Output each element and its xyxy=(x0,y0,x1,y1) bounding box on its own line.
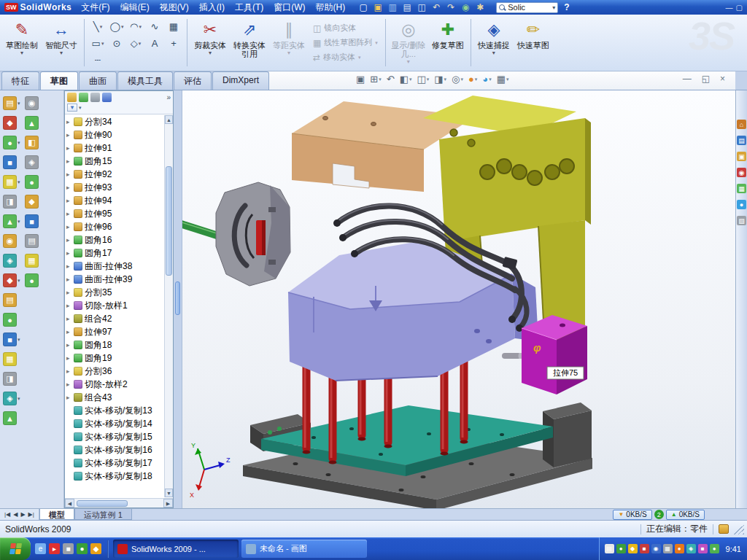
linear-sketch-pattern-button[interactable]: ▦线性草图阵列▾ xyxy=(311,36,380,49)
tree-item-1[interactable]: ▸分割34 xyxy=(65,115,173,128)
left-tool-10[interactable]: ● xyxy=(25,172,47,192)
tree-item-4[interactable]: ▸圆角15 xyxy=(65,155,173,168)
menu-item-7[interactable]: 帮助(H) xyxy=(311,0,351,15)
next-tab-icon[interactable]: ▶ xyxy=(20,511,25,518)
chevron-down-icon[interactable]: ▾ xyxy=(101,41,104,47)
expand-arrow-icon[interactable]: ▸ xyxy=(66,223,74,230)
search-input[interactable] xyxy=(508,3,550,12)
restore-document-icon[interactable]: ◱ xyxy=(702,74,710,84)
left-tool-33[interactable]: ▲ xyxy=(3,408,25,428)
panel-splitter[interactable] xyxy=(174,90,182,508)
left-tool-3[interactable]: ◆ xyxy=(3,113,25,133)
left-tool-1[interactable]: ▤▾ xyxy=(3,93,25,113)
tree-item-23[interactable]: 实体-移动/复制13 xyxy=(65,404,173,417)
chevron-down-icon[interactable]: ▾ xyxy=(375,40,378,46)
tree-item-13[interactable]: ▸曲面-拉伸39 xyxy=(65,273,173,286)
view-orientation-button[interactable]: ◫▾ xyxy=(417,74,429,85)
help-button[interactable]: ? xyxy=(564,2,569,12)
display-style-button[interactable]: ◨▾ xyxy=(434,74,446,85)
undo-icon[interactable]: ↶ xyxy=(430,1,442,13)
scroll-down-arrow-icon[interactable]: ▼ xyxy=(165,489,173,497)
chevron-down-icon[interactable]: ▾ xyxy=(379,77,382,82)
new-document-icon[interactable]: ▢ xyxy=(357,1,369,13)
magenta-block[interactable]: φ xyxy=(522,315,587,394)
edit-appearance-button[interactable]: ●▾ xyxy=(468,74,477,85)
tree-item-7[interactable]: ▸拉伸94 xyxy=(65,194,173,207)
scrollbar-thumb[interactable] xyxy=(166,166,172,276)
tray-sync-icon[interactable]: ◈ xyxy=(686,544,696,553)
expand-arrow-icon[interactable]: ▸ xyxy=(66,354,74,362)
view-palette-icon[interactable]: ▦ xyxy=(737,184,746,193)
text-tool[interactable]: A xyxy=(145,35,164,52)
first-tab-icon[interactable]: |◀ xyxy=(4,511,10,518)
left-tool-11[interactable]: ◨ xyxy=(3,192,25,211)
left-tool-19[interactable]: ◆▾ xyxy=(3,271,25,290)
expand-arrow-icon[interactable]: ▸ xyxy=(66,302,74,309)
tree-item-11[interactable]: ▸圆角17 xyxy=(65,246,173,260)
menu-item-5[interactable]: 工具(T) xyxy=(230,0,268,15)
tree-item-8[interactable]: ▸拉伸95 xyxy=(65,207,173,220)
expand-arrow-icon[interactable]: ▸ xyxy=(66,197,74,204)
expand-arrow-icon[interactable]: ▸ xyxy=(66,262,74,270)
print-icon[interactable]: ▤ xyxy=(401,1,413,13)
smart-dimension-button[interactable]: ↔智能尺寸▾ xyxy=(42,16,80,69)
move-entities-button[interactable]: ⇄移动实体▾ xyxy=(311,51,380,63)
tray-messenger-icon[interactable]: ● xyxy=(675,544,684,553)
chevron-down-icon[interactable]: ▾ xyxy=(18,179,20,185)
rebuild-icon[interactable]: ◉ xyxy=(460,1,471,13)
quick-tips-icon[interactable] xyxy=(719,524,729,534)
chevron-down-icon[interactable]: ▾ xyxy=(139,41,142,47)
tree-item-27[interactable]: 实体-移动/复制17 xyxy=(65,456,173,470)
construction-line-tool[interactable]: ┄ xyxy=(88,52,107,69)
chevron-down-icon[interactable]: ▾ xyxy=(18,396,20,402)
tree-item-9[interactable]: ▸拉伸96 xyxy=(65,220,173,233)
minimize-icon[interactable]: — xyxy=(726,4,733,12)
tree-item-14[interactable]: ▸分割35 xyxy=(65,286,173,299)
offset-entities-button[interactable]: ∥等距实体▾ xyxy=(270,16,308,69)
left-tool-25[interactable]: ■▾ xyxy=(3,330,25,349)
filter-funnel-icon[interactable]: ▼ xyxy=(67,104,77,112)
tree-item-10[interactable]: ▸圆角16 xyxy=(65,233,173,246)
tree-item-6[interactable]: ▸拉伸93 xyxy=(65,181,173,194)
tree-item-18[interactable]: ▸圆角18 xyxy=(65,338,173,351)
section-view-button[interactable]: ◧▾ xyxy=(400,74,412,85)
sketch-button[interactable]: ✎草图绘制▾ xyxy=(3,16,41,69)
hide-show-items-button[interactable]: ◎▾ xyxy=(452,74,463,85)
chevron-down-icon[interactable]: ▾ xyxy=(489,77,492,82)
appearances-icon[interactable]: ● xyxy=(737,200,746,209)
left-tool-14[interactable]: ■ xyxy=(25,211,47,231)
expand-arrow-icon[interactable]: ▸ xyxy=(66,276,74,283)
spline-tool[interactable]: ∿ xyxy=(145,18,164,35)
save-icon[interactable]: ▥ xyxy=(387,1,398,13)
expand-arrow-icon[interactable]: ▸ xyxy=(66,210,74,217)
tray-network-icon[interactable]: ◉ xyxy=(651,544,661,553)
print-preview-icon[interactable]: ◫ xyxy=(416,1,427,13)
tree-item-17[interactable]: ▸拉伸97 xyxy=(65,325,173,338)
tree-item-5[interactable]: ▸拉伸92 xyxy=(65,168,173,181)
left-tool-12[interactable]: ◆ xyxy=(25,192,47,211)
expand-arrow-icon[interactable]: ▸ xyxy=(66,118,74,125)
left-tool-23[interactable]: ● xyxy=(3,310,25,330)
scroll-right-arrow-icon[interactable]: ▶ xyxy=(163,499,173,508)
chevron-down-icon[interactable]: ▾ xyxy=(20,50,23,56)
configuration-manager-tab-icon[interactable] xyxy=(90,93,100,102)
tree-item-3[interactable]: ▸拉伸91 xyxy=(65,141,173,155)
quick-launch-ie-icon[interactable]: e xyxy=(35,543,46,554)
left-tool-8[interactable]: ◈ xyxy=(25,152,47,172)
maximize-icon[interactable]: ▢ xyxy=(736,4,743,12)
search-results-icon[interactable]: ◉ xyxy=(737,168,746,177)
chevron-down-icon[interactable]: ▾ xyxy=(427,77,430,82)
left-tool-13[interactable]: ▲▾ xyxy=(3,211,25,231)
scrollbar-thumb[interactable] xyxy=(77,500,128,507)
menu-item-6[interactable]: 窗口(W) xyxy=(268,0,310,15)
left-tool-29[interactable]: ◨ xyxy=(3,369,25,389)
feature-manager-tab-icon[interactable] xyxy=(67,93,77,102)
point-tool[interactable]: + xyxy=(164,35,183,52)
quick-launch-tool-icon[interactable]: ◆ xyxy=(90,543,101,554)
tab-DimXpert[interactable]: DimXpert xyxy=(212,71,269,90)
expand-arrow-icon[interactable]: ▸ xyxy=(66,341,74,349)
file-explorer-icon[interactable]: ▣ xyxy=(737,152,746,161)
left-tool-7[interactable]: ■ xyxy=(3,152,25,172)
trim-entities-button[interactable]: ✂剪裁实体▾ xyxy=(191,16,229,69)
chevron-down-icon[interactable]: ▾ xyxy=(407,58,410,65)
